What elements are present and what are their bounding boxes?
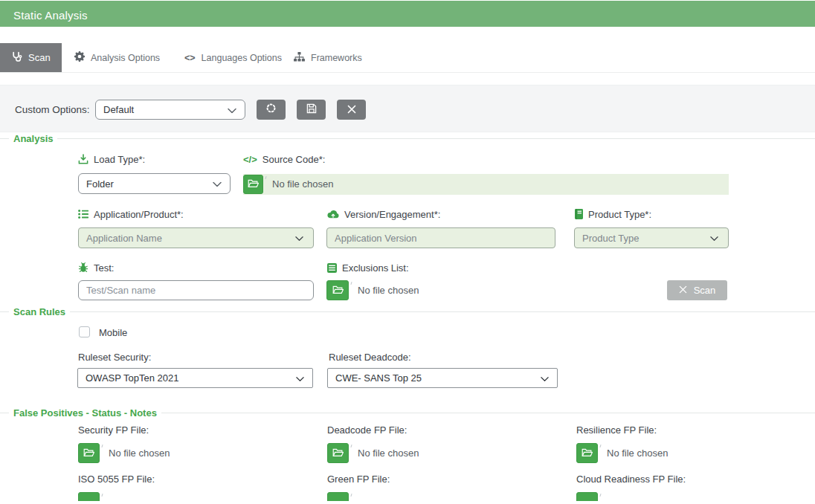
folder-open-icon xyxy=(582,447,593,460)
cloud-icon xyxy=(327,210,339,219)
version-input[interactable] xyxy=(326,227,555,248)
deadcode-fp-label: Deadcode FP File: xyxy=(327,424,407,436)
exclusions-file-button[interactable] xyxy=(326,280,349,300)
list-icon xyxy=(78,210,88,219)
chevron-down-icon xyxy=(295,233,303,244)
bug-icon xyxy=(78,262,88,273)
security-fp-file-button[interactable] xyxy=(78,443,100,463)
source-code-file-band: No file chosen xyxy=(243,174,729,195)
page-header: Static Analysis xyxy=(0,1,815,27)
chevron-down-icon xyxy=(296,372,304,384)
green-fp-label: Green FP File: xyxy=(327,474,390,485)
book-icon xyxy=(575,209,583,219)
refresh-options-button[interactable] xyxy=(257,100,286,120)
scan-rules-divider xyxy=(0,311,815,312)
exclusions-label: Exclusions List: xyxy=(327,262,409,274)
close-icon xyxy=(679,285,687,296)
spinner-icon xyxy=(265,103,277,117)
resilience-fp-file-button[interactable] xyxy=(576,443,598,463)
scan-button[interactable]: Scan xyxy=(667,280,727,300)
source-code-label: </> Source Code*: xyxy=(243,153,325,165)
save-options-button[interactable] xyxy=(297,100,326,120)
product-type-label: Product Type*: xyxy=(575,208,651,220)
ruleset-security-label: Ruleset Security: xyxy=(78,352,151,363)
load-type-select[interactable]: Folder xyxy=(78,173,231,194)
chevron-down-icon xyxy=(541,372,549,384)
chevron-down-icon xyxy=(213,178,222,190)
scan-rules-legend: Scan Rules xyxy=(9,306,70,317)
page-title: Static Analysis xyxy=(13,9,88,22)
clear-options-button[interactable] xyxy=(337,100,366,120)
source-code-file-button[interactable] xyxy=(243,175,263,194)
test-input[interactable] xyxy=(78,280,314,300)
application-label: Application/Product*: xyxy=(78,208,184,220)
tab-languages-options[interactable]: <> Languages Options xyxy=(184,43,282,72)
source-code-file-text: No file chosen xyxy=(272,178,333,190)
list-alt-icon xyxy=(327,263,337,273)
chevron-down-icon xyxy=(228,104,236,115)
folder-open-icon xyxy=(332,447,344,460)
security-fp-label: Security FP File: xyxy=(78,424,149,436)
custom-options-label: Custom Options: xyxy=(15,85,90,133)
save-icon xyxy=(306,103,317,117)
resilience-fp-file-text: No file chosen xyxy=(607,448,668,459)
bottom-clip xyxy=(0,501,815,504)
application-select[interactable]: Application Name xyxy=(78,227,314,248)
analysis-section-legend: Analysis xyxy=(9,133,57,144)
static-analysis-page: Static Analysis Scan Analysis Options <>… xyxy=(0,0,815,504)
folder-open-icon xyxy=(332,284,344,297)
resilience-fp-label: Resilience FP File: xyxy=(576,424,657,436)
close-icon xyxy=(347,103,356,117)
mobile-checkbox[interactable] xyxy=(79,326,90,337)
exclusions-file-text: No file chosen xyxy=(358,285,419,296)
product-type-select[interactable]: Product Type xyxy=(574,227,729,248)
sitemap-icon xyxy=(294,52,305,64)
ruleset-deadcode-label: Ruleset Deadcode: xyxy=(329,352,411,363)
test-label: Test: xyxy=(78,262,114,274)
version-label: Version/Engagement*: xyxy=(327,208,440,220)
load-type-label: Load Type*: xyxy=(78,153,145,165)
iso5055-fp-label: ISO 5055 FP File: xyxy=(78,474,155,485)
analysis-section-divider xyxy=(0,138,815,139)
stethoscope-icon xyxy=(11,51,22,65)
download-icon xyxy=(78,154,88,164)
chevron-down-icon xyxy=(710,233,718,244)
mobile-label: Mobile xyxy=(99,327,127,338)
tab-analysis-options[interactable]: Analysis Options xyxy=(74,43,160,72)
tab-bar: Scan Analysis Options <> Languages Optio… xyxy=(0,43,815,73)
custom-options-panel: Custom Options: Default xyxy=(0,85,815,132)
code-icon: <> xyxy=(184,53,196,63)
security-fp-file-text: No file chosen xyxy=(109,448,170,459)
ruleset-deadcode-select[interactable]: CWE- SANS Top 25 xyxy=(327,368,558,388)
deadcode-fp-file-text: No file chosen xyxy=(358,448,419,459)
ruleset-security-select[interactable]: OWASP TopTen 2021 xyxy=(77,368,313,388)
gear-icon xyxy=(74,51,85,64)
cloud-readiness-fp-label: Cloud Readiness FP File: xyxy=(576,474,686,485)
folder-open-icon xyxy=(83,447,94,460)
folder-open-icon xyxy=(248,178,259,191)
false-positives-legend: False Positives - Status - Notes xyxy=(9,407,161,419)
tab-frameworks[interactable]: Frameworks xyxy=(294,43,362,72)
tab-scan[interactable]: Scan xyxy=(0,43,62,72)
custom-options-select[interactable]: Default xyxy=(95,100,245,120)
deadcode-fp-file-button[interactable] xyxy=(327,443,349,463)
code-slash-icon: </> xyxy=(243,154,257,165)
